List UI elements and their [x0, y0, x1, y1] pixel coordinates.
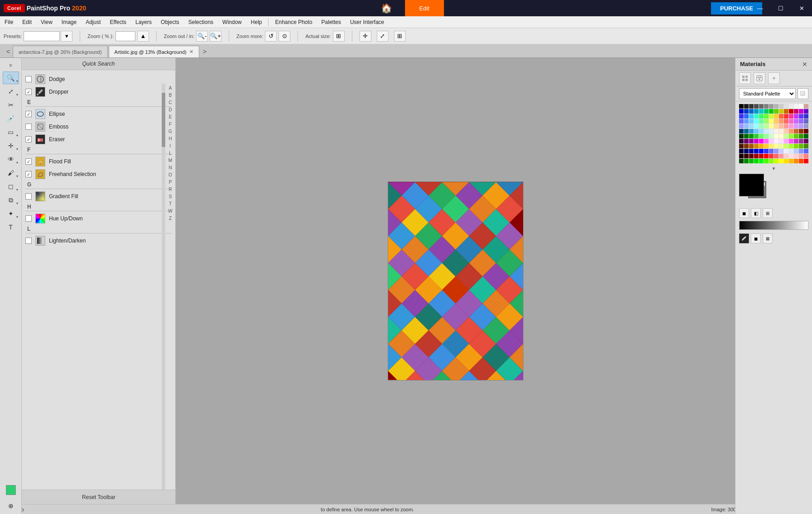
- alpha-O[interactable]: O: [168, 171, 172, 179]
- color-cell[interactable]: [759, 124, 764, 128]
- color-cell[interactable]: [749, 134, 754, 138]
- retouch-tool-btn[interactable]: ✦ ▾: [3, 207, 19, 220]
- tabs-next-btn[interactable]: >: [200, 46, 209, 57]
- color-cell[interactable]: [804, 159, 808, 163]
- color-cell[interactable]: [789, 129, 793, 133]
- color-cell[interactable]: [759, 134, 764, 138]
- color-cell[interactable]: [769, 129, 774, 133]
- materials-icon-btn-1[interactable]: [739, 72, 751, 84]
- color-cell[interactable]: [764, 134, 769, 138]
- color-cell[interactable]: [784, 159, 788, 163]
- color-cell[interactable]: [794, 109, 798, 114]
- color-cell[interactable]: [744, 104, 749, 109]
- color-cell[interactable]: [744, 114, 749, 119]
- color-cell[interactable]: [804, 119, 808, 124]
- color-cell[interactable]: [744, 149, 749, 153]
- color-cell[interactable]: [769, 149, 774, 153]
- color-cell[interactable]: [804, 129, 808, 133]
- list-item[interactable]: Gradient Fill: [22, 190, 175, 203]
- color-cell[interactable]: [769, 119, 774, 124]
- color-cell[interactable]: [789, 119, 793, 124]
- color-cell[interactable]: [779, 159, 783, 163]
- color-cell[interactable]: [739, 104, 744, 109]
- menu-layers[interactable]: Layers: [131, 18, 156, 27]
- freehand-sel-checkbox[interactable]: ✓: [25, 171, 32, 177]
- alpha-D[interactable]: D: [168, 106, 172, 114]
- center-btn[interactable]: ⊞: [394, 31, 406, 42]
- menu-ui[interactable]: User Interface: [346, 18, 389, 27]
- menu-image[interactable]: Image: [57, 18, 81, 27]
- color-cell[interactable]: [764, 139, 769, 143]
- alpha-H[interactable]: H: [168, 135, 172, 143]
- edit-tab[interactable]: Edit: [405, 0, 444, 16]
- color-cell[interactable]: [764, 124, 769, 128]
- alpha-T[interactable]: T: [169, 200, 172, 208]
- color-cell[interactable]: [749, 124, 754, 128]
- color-cell[interactable]: [794, 134, 798, 138]
- color-cell[interactable]: [784, 119, 788, 124]
- color-cell[interactable]: [799, 144, 803, 148]
- tab-antarctica[interactable]: antarctica-7.jpg @ 26% (Background): [13, 46, 108, 57]
- color-cell[interactable]: [774, 134, 778, 138]
- color-cell[interactable]: [764, 129, 769, 133]
- eraser-checkbox[interactable]: ✓: [25, 136, 32, 143]
- color-cell[interactable]: [799, 114, 803, 119]
- color-cell[interactable]: [759, 149, 764, 153]
- alpha-F[interactable]: F: [169, 121, 172, 128]
- panel-menu-btn[interactable]: ≡: [3, 60, 19, 71]
- color-cell[interactable]: [779, 144, 783, 148]
- presets-input[interactable]: [24, 31, 60, 41]
- text-tool-btn[interactable]: T: [3, 221, 19, 233]
- color-cell[interactable]: [774, 114, 778, 119]
- color-cell[interactable]: [749, 159, 754, 163]
- color-cell[interactable]: [759, 154, 764, 158]
- actual-size-btn[interactable]: ⊞: [333, 31, 345, 42]
- color-cell[interactable]: [789, 104, 793, 109]
- color-cell[interactable]: [779, 119, 783, 124]
- menu-objects[interactable]: Objects: [156, 18, 184, 27]
- dodge-checkbox[interactable]: [25, 76, 32, 82]
- color-cell[interactable]: [764, 114, 769, 119]
- color-cell[interactable]: [804, 139, 808, 143]
- color-cell[interactable]: [759, 114, 764, 119]
- color-cell[interactable]: [749, 119, 754, 124]
- pencil-tool-btn[interactable]: [739, 233, 749, 243]
- color-cell[interactable]: [799, 159, 803, 163]
- color-cell[interactable]: [794, 159, 798, 163]
- paint-tool-btn[interactable]: 🖌 ▾: [3, 167, 19, 179]
- home-tab[interactable]: 🏠: [368, 0, 405, 16]
- color-cell[interactable]: [754, 139, 759, 143]
- color-cell[interactable]: [759, 104, 764, 109]
- color-cell[interactable]: [774, 159, 778, 163]
- color-cell[interactable]: [769, 109, 774, 114]
- color-cell[interactable]: [749, 154, 754, 158]
- color-cell[interactable]: [759, 119, 764, 124]
- gradient-fill-checkbox[interactable]: [25, 193, 32, 200]
- list-item[interactable]: ✓ Ellipse: [22, 108, 175, 120]
- mat-tool-2[interactable]: ◧: [751, 208, 761, 218]
- color-cell[interactable]: [769, 154, 774, 158]
- color-cell[interactable]: [804, 154, 808, 158]
- lighten-checkbox[interactable]: [25, 238, 32, 244]
- foreground-color-swatch[interactable]: [6, 485, 16, 495]
- zoom-in-btn[interactable]: 🔍+: [210, 31, 221, 42]
- color-cell[interactable]: [794, 129, 798, 133]
- color-cell[interactable]: [804, 149, 808, 153]
- color-cell[interactable]: [759, 159, 764, 163]
- list-item[interactable]: ✓ Eraser: [22, 133, 175, 146]
- move-tool-btn[interactable]: ✛ ▾: [3, 139, 19, 152]
- list-item[interactable]: ✓ Flood Fill: [22, 155, 175, 168]
- flood-fill-checkbox[interactable]: ✓: [25, 158, 32, 165]
- eyedropper-tool-btn[interactable]: 💉: [3, 112, 19, 125]
- color-cell[interactable]: [789, 154, 793, 158]
- color-cell[interactable]: [789, 159, 793, 163]
- crop-tool-btn[interactable]: ✂: [3, 99, 19, 111]
- list-item[interactable]: ✓ Dropper: [22, 86, 175, 98]
- color-cell[interactable]: [799, 154, 803, 158]
- color-cell[interactable]: [774, 144, 778, 148]
- color-cell[interactable]: [739, 144, 744, 148]
- foreground-swatch[interactable]: [739, 174, 764, 196]
- color-cell[interactable]: [744, 134, 749, 138]
- alpha-N[interactable]: N: [168, 164, 172, 171]
- alpha-L[interactable]: L: [169, 150, 172, 157]
